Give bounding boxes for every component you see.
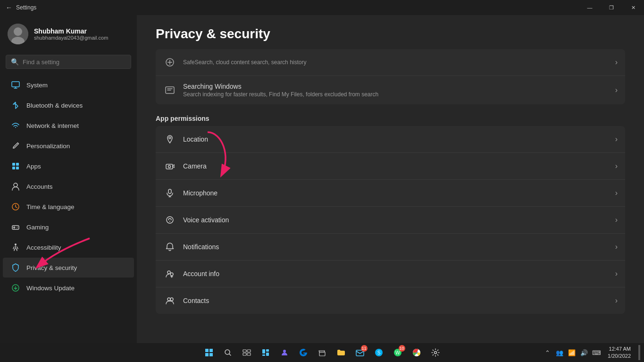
tray-people-icon[interactable]: 👥: [554, 345, 565, 360]
tray-expand-icon[interactable]: ⌃: [542, 345, 553, 360]
sidebar-item-time[interactable]: Time & language: [3, 197, 134, 217]
sidebar-item-accounts[interactable]: Accounts: [3, 177, 134, 196]
sys-tray: ⌃ 👥 📶 🔊 ⌨: [542, 345, 602, 360]
user-name: Shubham Kumar: [34, 27, 108, 35]
svg-rect-7: [16, 167, 19, 169]
bluetooth-icon: [10, 100, 21, 110]
accessibility-icon: [10, 242, 21, 253]
svg-rect-27: [205, 353, 209, 356]
svg-rect-16: [166, 164, 173, 169]
taskbar-widgets-icon[interactable]: [257, 344, 274, 361]
app-permissions-group: Location › Camera › Microphone › Voice a…: [156, 126, 625, 314]
permission-item-account-info[interactable]: Account info ›: [156, 261, 625, 287]
perm-chevron-microphone: ›: [615, 189, 618, 197]
sidebar-item-label-system: System: [26, 82, 48, 89]
taskbar-settings-app-icon[interactable]: [427, 344, 444, 361]
clock[interactable]: 12:47 AM 1/20/2022: [605, 345, 634, 361]
search-box[interactable]: 🔍: [6, 55, 131, 69]
show-desktop-button[interactable]: [638, 345, 640, 360]
search-input[interactable]: [23, 59, 126, 66]
app-permissions-label: App permissions: [156, 106, 625, 126]
svg-text:W: W: [395, 350, 400, 355]
perm-chevron-account-info: ›: [615, 269, 618, 278]
user-profile[interactable]: Shubham Kumar shubhamdayal2043@gmail.com: [0, 15, 137, 51]
sidebar-item-label-time: Time & language: [26, 203, 75, 210]
sidebar-item-label-accounts: Accounts: [26, 183, 53, 190]
taskbar-explorer-icon[interactable]: [333, 344, 350, 361]
perm-left-contacts: Contacts: [163, 294, 209, 307]
permission-item-notifications[interactable]: Notifications ›: [156, 234, 625, 261]
svg-rect-25: [205, 349, 209, 352]
minimize-button[interactable]: —: [579, 0, 601, 15]
volume-icon[interactable]: 🔊: [578, 345, 590, 360]
searching-windows-text-container: Searching Windows Search indexing for fa…: [183, 83, 378, 98]
partial-icon: [163, 56, 176, 69]
taskbar-right: ⌃ 👥 📶 🔊 ⌨ 12:47 AM 1/20/2022: [542, 345, 640, 361]
maximize-button[interactable]: ❐: [601, 0, 622, 15]
page-title: Privacy & security: [156, 15, 625, 49]
perm-left-account-info: Account info: [163, 267, 219, 280]
perm-label-camera: Camera: [183, 162, 207, 170]
back-button[interactable]: ←: [6, 4, 12, 11]
sidebar-item-gaming[interactable]: Gaming: [3, 217, 134, 237]
sidebar-item-network[interactable]: Network & internet: [3, 116, 134, 135]
svg-point-11: [15, 244, 17, 245]
close-button[interactable]: ✕: [622, 0, 644, 15]
perm-label-microphone: Microphone: [183, 189, 217, 197]
keyboard-icon[interactable]: ⌨: [591, 345, 602, 360]
permission-item-contacts[interactable]: Contacts ›: [156, 287, 625, 314]
taskbar-mail-icon[interactable]: 11: [351, 344, 368, 361]
apps-icon: [10, 161, 21, 171]
sidebar-item-label-apps: Apps: [26, 163, 41, 170]
perm-label-account-info: Account info: [183, 270, 219, 278]
searching-windows-icon: [163, 84, 176, 97]
perm-label-notifications: Notifications: [183, 243, 219, 251]
sidebar-item-windows-update[interactable]: Windows Update: [3, 278, 134, 298]
searching-windows-title: Searching Windows: [183, 83, 378, 90]
searching-windows-group: SafeSearch, cloud content search, search…: [156, 49, 625, 104]
svg-point-19: [167, 217, 173, 223]
search-icon: 🔍: [11, 58, 19, 66]
permission-item-camera[interactable]: Camera ›: [156, 153, 625, 180]
taskbar-taskview-icon[interactable]: [238, 344, 255, 361]
sidebar-item-personalization[interactable]: Personalization: [3, 136, 134, 156]
svg-rect-18: [168, 189, 171, 194]
whatsapp-badge: 10: [399, 345, 405, 352]
searching-windows-subtitle: Search indexing for faster results, Find…: [183, 91, 378, 98]
svg-rect-33: [247, 353, 251, 355]
permission-item-location[interactable]: Location ›: [156, 126, 625, 153]
taskbar-search-icon[interactable]: [219, 344, 236, 361]
svg-point-15: [169, 137, 171, 139]
sidebar-item-apps[interactable]: Apps: [3, 156, 134, 176]
microphone-icon: [163, 186, 176, 200]
permission-item-microphone[interactable]: Microphone ›: [156, 180, 625, 207]
taskbar-teams-icon[interactable]: [276, 344, 293, 361]
svg-rect-26: [209, 349, 213, 352]
partial-item-subtitle: SafeSearch, cloud content search, search…: [183, 59, 306, 66]
perm-left-microphone: Microphone: [163, 186, 217, 200]
taskbar-edge-icon[interactable]: [295, 344, 312, 361]
window-controls: — ❐ ✕: [579, 0, 644, 15]
taskbar-skype-icon[interactable]: S: [370, 344, 387, 361]
taskbar-chrome-icon[interactable]: [408, 344, 425, 361]
svg-point-46: [434, 352, 436, 354]
sidebar-item-system[interactable]: System: [3, 75, 134, 95]
wifi-icon[interactable]: 📶: [566, 345, 577, 360]
permission-item-voice[interactable]: Voice activation ›: [156, 207, 625, 234]
searching-windows-item[interactable]: Searching Windows Search indexing for fa…: [156, 76, 625, 104]
perm-chevron-notifications: ›: [615, 243, 618, 251]
title-bar-left: ← Settings: [6, 4, 36, 11]
taskbar-whatsapp-icon[interactable]: W10: [389, 344, 406, 361]
svg-text:S: S: [377, 350, 380, 355]
sidebar-item-privacy[interactable]: Privacy & security: [3, 258, 134, 278]
svg-rect-37: [266, 353, 269, 356]
taskbar-store-icon[interactable]: [314, 344, 331, 361]
taskbar-start-icon[interactable]: [201, 344, 217, 361]
svg-point-20: [169, 221, 170, 222]
partial-top-item[interactable]: SafeSearch, cloud content search, search…: [156, 49, 625, 76]
windows-update-icon: [10, 283, 21, 293]
perm-left-camera: Camera: [163, 160, 207, 173]
sidebar-item-bluetooth[interactable]: Bluetooth & devices: [3, 95, 134, 115]
svg-rect-34: [262, 349, 265, 354]
sidebar-item-accessibility[interactable]: Accessibility: [3, 237, 134, 257]
